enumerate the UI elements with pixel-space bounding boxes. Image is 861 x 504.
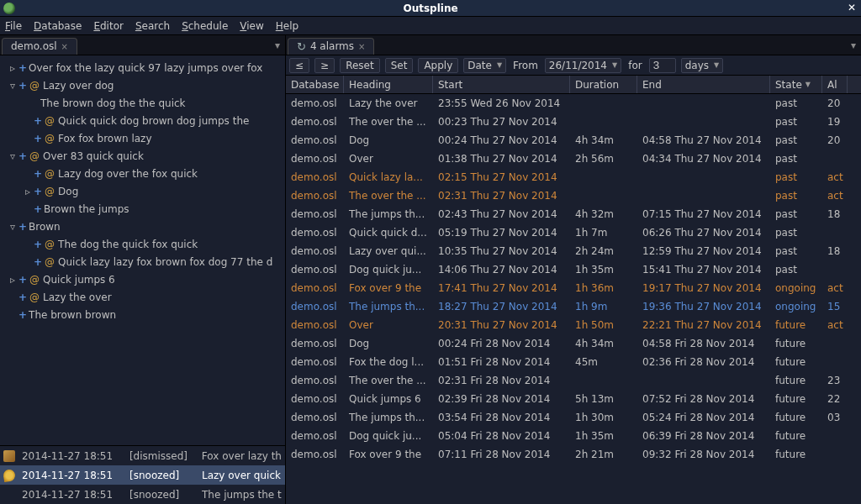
tree-item[interactable]: +@Quick lazy lazy fox brown fox dog 77 t… [2,253,283,270]
col-end[interactable]: End [637,76,770,93]
alarm-icon: @ [29,80,40,92]
col-database[interactable]: Database [286,76,344,93]
cell-al: 18 [822,245,848,257]
tree-item[interactable]: ▹+@Quick jumps 6 [2,270,283,288]
tree-item-label: The dog the quick fox quick [58,239,198,250]
menu-file[interactable]: File [5,20,22,32]
tree-item[interactable]: +@The dog the quick fox quick [2,235,283,253]
table-row[interactable]: demo.oslDog quick ju...05:04 Fri 28 Nov … [286,427,861,445]
tree-item[interactable]: +@Fox fox brown lazy [2,129,283,147]
set-button[interactable]: Set [385,58,414,73]
col-start[interactable]: Start [433,76,570,93]
table-row[interactable]: demo.oslThe over the ...02:31 Thu 27 Nov… [286,186,861,205]
cell-state: future [770,449,822,460]
cell-al: act [822,319,848,331]
notification-row[interactable]: 2014-11-27 18:51[snoozed]Lazy over quick [0,465,285,485]
reset-button[interactable]: Reset [340,58,380,73]
table-row[interactable]: demo.oslOver20:31 Thu 27 Nov 20141h 50m2… [286,316,861,334]
tree-item[interactable]: +@Quick quick dog brown dog jumps the [2,112,283,129]
cell-heading: Fox the dog l... [344,356,433,368]
col-al[interactable]: Al [822,76,848,93]
le-button[interactable]: ≤ [289,58,309,73]
menu-schedule[interactable]: Schedule [182,20,228,32]
col-heading[interactable]: Heading [344,76,433,93]
refresh-icon[interactable]: ↻ [297,40,306,53]
unit-select[interactable]: days▼ [681,58,723,73]
table-row[interactable]: demo.oslFox over 9 the07:11 Fri 28 Nov 2… [286,445,861,464]
notification-row[interactable]: 2014-11-27 18:51[dismissed]Fox over lazy… [0,446,285,465]
tree-item[interactable]: +The brown brown [2,306,283,323]
table-row[interactable]: demo.oslThe jumps th...18:27 Thu 27 Nov … [286,297,861,316]
table-row[interactable]: demo.oslThe jumps th...03:54 Fri 28 Nov … [286,408,861,427]
cell-heading: Fox over 9 the [344,282,433,294]
tree-item[interactable]: +@Lazy dog over the fox quick [2,165,283,182]
table-row[interactable]: demo.oslLazy the over23:55 Wed 26 Nov 20… [286,94,861,113]
expand-icon: + [18,291,27,303]
menu-editor[interactable]: Editor [93,20,124,32]
tab-overflow-icon[interactable]: ▾ [851,39,856,51]
tab-demo-osl[interactable]: demo.osl × [2,38,77,55]
chevron-down-icon: ▼ [714,61,719,69]
cell-duration: 2h 56m [570,153,637,165]
table-row[interactable]: demo.oslQuick quick d...05:19 Thu 27 Nov… [286,223,861,242]
apply-button[interactable]: Apply [418,58,458,73]
close-icon[interactable]: ✕ [848,2,856,13]
table-row[interactable]: demo.oslDog00:24 Fri 28 Nov 20144h 34m04… [286,334,861,353]
table-row[interactable]: demo.oslFox over 9 the17:41 Thu 27 Nov 2… [286,279,861,297]
count-input[interactable] [649,58,676,73]
table-row[interactable]: demo.oslLazy over qui...10:35 Thu 27 Nov… [286,242,861,260]
notification-row[interactable]: 2014-11-27 18:51[snoozed]The jumps the t [0,485,285,504]
field-select[interactable]: Date▼ [463,58,506,73]
tab-alarms[interactable]: ↻ 4 alarms × [288,38,374,55]
cell-heading: Dog quick ju... [344,264,433,276]
col-state[interactable]: State▼ [770,76,822,93]
menu-database[interactable]: Database [34,20,82,32]
tree-item[interactable]: ▹+Over fox the lazy quick 97 lazy jumps … [2,59,283,76]
table-row[interactable]: demo.oslOver01:38 Thu 27 Nov 20142h 56m0… [286,150,861,168]
tree-item-label: Dog [58,186,78,197]
tab-overflow-icon[interactable]: ▾ [275,39,280,51]
app-title: Outspline [403,3,457,14]
tree-item[interactable]: +@Lazy the over [2,288,283,306]
tree-item[interactable]: ▹+@Dog [2,182,283,200]
menu-help[interactable]: Help [276,20,298,32]
table-row[interactable]: demo.oslThe over the ...02:31 Fri 28 Nov… [286,371,861,390]
tree-item[interactable]: ▿+Brown [2,218,283,235]
tab-label: demo.osl [11,40,57,52]
table-row[interactable]: demo.oslDog quick ju...14:06 Thu 27 Nov … [286,260,861,279]
cell-heading: Lazy the over [344,97,433,109]
ge-button[interactable]: ≥ [314,58,335,73]
tab-close-icon[interactable]: × [358,42,365,51]
tree-item-label: The brown dog the the quick [40,97,186,109]
tree-item[interactable]: +Brown the jumps [2,200,283,218]
table-row[interactable]: demo.oslDog00:24 Thu 27 Nov 20144h 34m04… [286,131,861,150]
cell-database: demo.osl [286,356,344,368]
table-row[interactable]: demo.oslQuick lazy la...02:15 Thu 27 Nov… [286,168,861,186]
notif-text: Lazy over quick [202,470,281,481]
grid-header: Database Heading Start Duration End Stat… [286,76,861,94]
notif-text: Fox over lazy th [202,450,282,462]
date-select[interactable]: 26/11/2014▼ [545,58,621,73]
table-row[interactable]: demo.oslFox the dog l...01:51 Fri 28 Nov… [286,353,861,371]
tree-item[interactable]: ▿+@Over 83 quick quick [2,147,283,165]
cell-start: 07:11 Fri 28 Nov 2014 [433,449,570,460]
tree-item-label: Brown the jumps [44,203,129,215]
table-row[interactable]: demo.oslThe over the ...00:23 Thu 27 Nov… [286,113,861,131]
outline-tree[interactable]: ▹+Over fox the lazy quick 97 lazy jumps … [0,55,285,445]
cell-heading: Over [344,319,433,331]
cell-end: 05:24 Fri 28 Nov 2014 [637,412,770,423]
expand-icon: + [18,62,27,74]
tree-item[interactable]: The brown dog the the quick [2,94,283,112]
alarm-grid[interactable]: demo.oslLazy the over23:55 Wed 26 Nov 20… [286,94,861,504]
cell-duration: 1h 36m [570,282,637,294]
cell-duration: 1h 30m [570,412,637,423]
tab-close-icon[interactable]: × [61,42,68,51]
table-row[interactable]: demo.oslQuick jumps 602:39 Fri 28 Nov 20… [286,390,861,408]
cell-database: demo.osl [286,153,344,165]
col-duration[interactable]: Duration [570,76,637,93]
menu-search[interactable]: Search [135,20,170,32]
tree-item[interactable]: ▿+@Lazy over dog [2,76,283,94]
from-label: From [511,60,540,71]
table-row[interactable]: demo.oslThe jumps th...02:43 Thu 27 Nov … [286,205,861,223]
menu-view[interactable]: View [240,20,263,32]
